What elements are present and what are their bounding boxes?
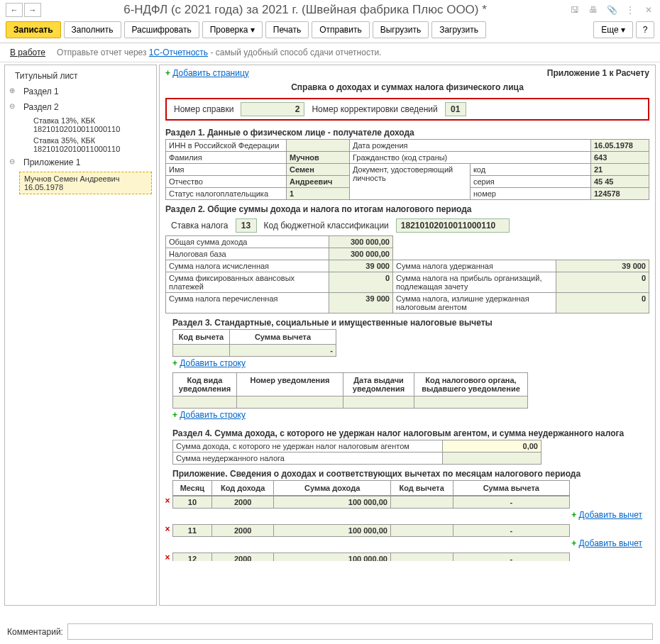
mname-field[interactable]: Андреевич	[287, 176, 350, 188]
decode-button[interactable]: Расшифровать	[124, 21, 199, 38]
titlebar: ← → 6-НДФЛ (с 2021 года) за 2021 г. (Шве…	[0, 0, 660, 20]
inn-field[interactable]	[287, 140, 350, 152]
sidebar-attach1[interactable]: Приложение 1	[5, 155, 156, 170]
sect4-head: Раздел 4. Сумма дохода, с которого не уд…	[165, 424, 649, 440]
ref-num-label: Номер справки	[174, 104, 233, 114]
sidebar: Титульный лист Раздел 1 Раздел 2 Ставка …	[4, 65, 157, 606]
save-icon[interactable]: 🖫	[569, 5, 581, 15]
sect3-head: Раздел 3. Стандартные, социальные и имущ…	[165, 313, 649, 329]
sidebar-title-sheet[interactable]: Титульный лист	[5, 68, 156, 84]
sidebar-sect1[interactable]: Раздел 1	[5, 84, 156, 99]
lname-field[interactable]: Мучнов	[287, 152, 350, 164]
kbk-field[interactable]: 18210102010011000110	[396, 218, 510, 233]
reporting-link[interactable]: 1С-Отчетность	[149, 48, 208, 57]
add-page-link[interactable]: Добавить страницу	[172, 68, 248, 78]
sect2-table: Общая сумма дохода300 000,00 Налоговая б…	[165, 235, 649, 313]
attach-head: Приложение. Сведения о доходах и соответ…	[165, 465, 649, 480]
month-row-1: 11 2000 100 000,00 -	[172, 524, 570, 537]
info-text: Отправьте отчет через 1С-Отчетность - са…	[57, 48, 381, 57]
kebab-icon[interactable]: ⋮	[625, 5, 636, 15]
add-deduct-link[interactable]: Добавить вычет	[579, 538, 642, 548]
send-button[interactable]: Отправить	[312, 21, 370, 38]
attach-icon[interactable]: 📎	[606, 5, 617, 15]
series-field[interactable]: 45 45	[590, 176, 649, 188]
close-icon[interactable]: ✕	[643, 5, 654, 15]
sect2-head: Раздел 2. Общие суммы дохода и налога по…	[165, 200, 649, 216]
doc-code-field[interactable]: 21	[590, 164, 649, 176]
tax-rate-field[interactable]: 13	[236, 218, 257, 233]
docnum-field[interactable]: 124578	[590, 188, 649, 200]
export-button[interactable]: Выгрузить	[373, 21, 429, 38]
status-link[interactable]: В работе	[10, 48, 45, 57]
toolbar: Записать Заполнить Расшифровать Проверка…	[0, 20, 660, 43]
sect3-deduct-table: Код вычетаСумма вычета -	[172, 329, 336, 357]
add-row-link-2[interactable]: Добавить строку	[180, 410, 246, 420]
check-button[interactable]: Проверка ▾	[202, 21, 263, 38]
sidebar-sect2[interactable]: Раздел 2	[5, 99, 156, 115]
month-row-0: 10 2000 100 000,00 -	[172, 496, 570, 509]
dob-field[interactable]: 16.05.1978	[590, 140, 649, 152]
delete-row-button[interactable]: ×	[163, 496, 172, 506]
info-bar: В работе Отправьте отчет через 1С-Отчетн…	[0, 43, 660, 62]
attach-header: Приложение 1 к Расчету	[547, 68, 649, 78]
sect4-table: Сумма дохода, с которого не удержан нало…	[172, 440, 541, 465]
add-page: Добавить страницу	[165, 68, 249, 78]
add-row-link-1[interactable]: Добавить строку	[180, 358, 246, 368]
content: Добавить страницу Приложение 1 к Расчету…	[159, 65, 656, 606]
sect1-head: Раздел 1. Данные о физическом лице - пол…	[165, 123, 649, 139]
sidebar-rate35[interactable]: Ставка 35%, КБК18210102010011000110	[5, 135, 156, 155]
print-icon[interactable]: 🖶	[588, 5, 599, 15]
delete-row-button[interactable]: ×	[163, 553, 172, 561]
citiz-field[interactable]: 643	[590, 152, 649, 164]
doc-title: Справка о доходах и суммах налога физиче…	[165, 79, 649, 95]
month-row-2: 12 2000 100 000,00 -	[172, 553, 570, 561]
fname-field[interactable]: Семен	[287, 164, 350, 176]
person-table: ИНН в Российской Федерации Дата рождения…	[165, 139, 649, 200]
help-button[interactable]: ?	[636, 21, 654, 38]
footer: Комментарий:	[0, 619, 660, 644]
comment-input[interactable]	[67, 623, 653, 640]
month-header-table: Месяц Код дохода Сумма дохода Код вычета…	[172, 480, 570, 496]
ref-num-field[interactable]: 2	[241, 102, 304, 116]
status-field[interactable]: 1	[287, 188, 350, 200]
write-button[interactable]: Записать	[6, 21, 61, 38]
more-button[interactable]: Еще ▾	[593, 21, 633, 38]
import-button[interactable]: Загрузить	[431, 21, 486, 38]
add-deduct-link[interactable]: Добавить вычет	[579, 510, 642, 520]
delete-row-button[interactable]: ×	[163, 524, 172, 534]
window-title: 6-НДФЛ (с 2021 года) за 2021 г. (Швейная…	[47, 3, 563, 17]
ref-box: Номер справки 2 Номер корректировки свед…	[165, 98, 649, 121]
fill-button[interactable]: Заполнить	[64, 21, 121, 38]
sect3-notif-table: Код вида уведомления Номер уведомления Д…	[172, 372, 528, 409]
comment-label: Комментарий:	[7, 627, 63, 637]
corr-label: Номер корректировки сведений	[312, 104, 437, 114]
print-button[interactable]: Печать	[265, 21, 309, 38]
corr-num-field[interactable]: 01	[445, 102, 466, 116]
sidebar-person-selected[interactable]: Мучнов Семен Андреевич16.05.1978	[19, 172, 152, 194]
sidebar-rate13[interactable]: Ставка 13%, КБК18210102010011000110	[5, 115, 156, 135]
back-button[interactable]: ←	[6, 3, 23, 17]
forward-button[interactable]: →	[24, 3, 41, 17]
